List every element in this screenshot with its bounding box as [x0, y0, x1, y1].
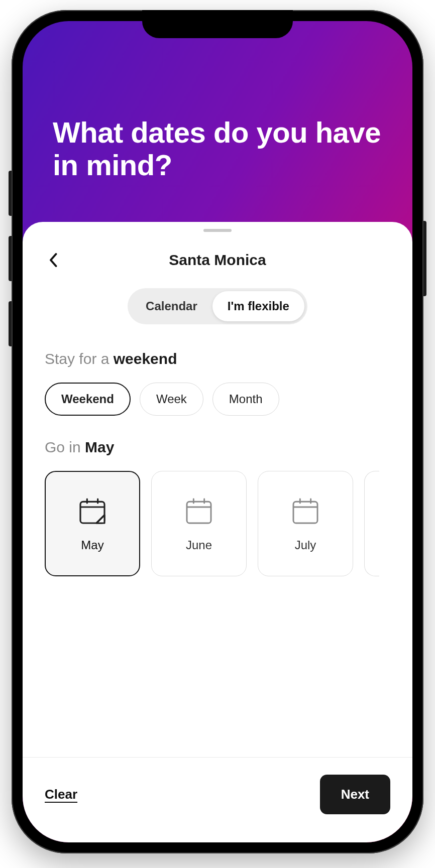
sheet-location-title: Santa Monica — [23, 252, 412, 269]
month-card-july[interactable]: July — [258, 471, 353, 576]
page-title: What dates do you have in mind? — [53, 116, 382, 182]
bottom-sheet: Santa Monica Calendar I'm flexible Stay … — [23, 222, 412, 842]
segment-calendar[interactable]: Calendar — [131, 291, 212, 321]
month-card-may[interactable]: May — [45, 471, 140, 576]
chip-week[interactable]: Week — [140, 383, 203, 416]
duration-chips: Weekend Week Month — [45, 383, 390, 416]
device-notch — [142, 10, 293, 38]
svg-rect-8 — [293, 502, 317, 523]
screen: What dates do you have in mind? Santa Mo… — [23, 21, 412, 842]
calendar-icon — [289, 495, 321, 527]
calendar-icon — [183, 495, 215, 527]
stay-selected: weekend — [114, 350, 177, 367]
segment-flexible[interactable]: I'm flexible — [212, 291, 304, 321]
stay-prefix: Stay for a — [45, 350, 114, 367]
go-prefix: Go in — [45, 439, 85, 455]
date-mode-segmented: Calendar I'm flexible — [23, 276, 412, 344]
chip-month[interactable]: Month — [212, 383, 279, 416]
next-button[interactable]: Next — [320, 775, 390, 814]
month-card-next-peek[interactable] — [364, 471, 379, 576]
hero: What dates do you have in mind? — [23, 21, 412, 212]
phone-frame: What dates do you have in mind? Santa Mo… — [12, 10, 423, 853]
back-button[interactable] — [43, 249, 65, 271]
svg-rect-4 — [187, 502, 211, 523]
go-selected: May — [85, 439, 114, 455]
chevron-left-icon — [48, 253, 59, 268]
month-label: July — [295, 538, 316, 552]
month-card-june[interactable]: June — [151, 471, 247, 576]
sheet-footer: Clear Next — [23, 757, 412, 842]
clear-button[interactable]: Clear — [45, 787, 77, 802]
month-cards-row[interactable]: May June — [45, 471, 390, 581]
chip-weekend[interactable]: Weekend — [45, 383, 131, 416]
month-label: June — [186, 538, 212, 552]
sheet-header: Santa Monica — [23, 232, 412, 276]
month-label: May — [81, 538, 103, 552]
stay-for-label: Stay for a weekend — [45, 350, 390, 367]
go-in-label: Go in May — [45, 439, 390, 456]
sheet-content: Stay for a weekend Weekend Week Month Go… — [23, 344, 412, 757]
calendar-icon — [76, 495, 108, 527]
